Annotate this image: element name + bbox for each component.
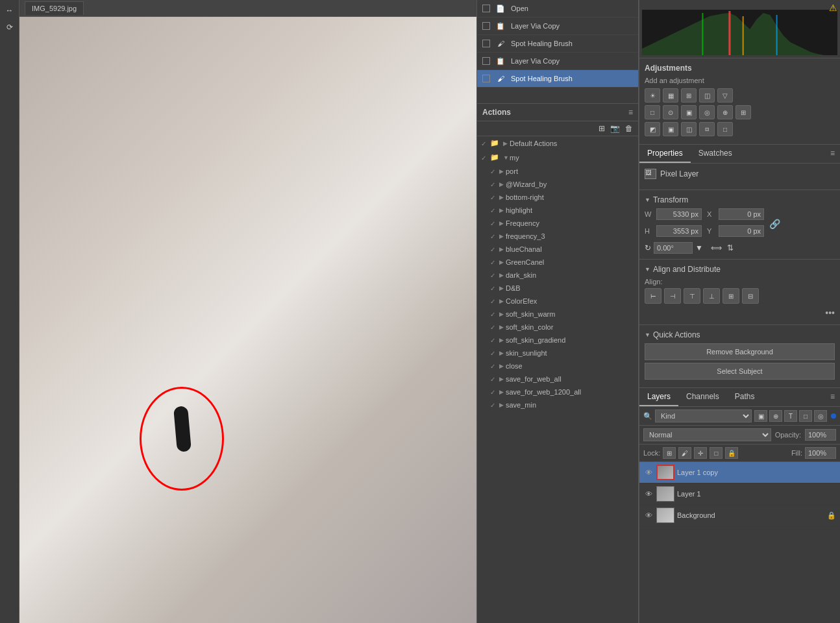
adj-color-lookup-icon[interactable]: ⊞ bbox=[735, 105, 751, 119]
adj-exposure-icon[interactable]: ◫ bbox=[699, 88, 715, 103]
history-item-open[interactable]: 📄 Open bbox=[477, 0, 638, 18]
layers-tabs-menu[interactable]: ≡ bbox=[825, 388, 840, 406]
actions-new-set-icon[interactable]: ⊞ bbox=[599, 124, 605, 133]
adj-bw-icon[interactable]: ▣ bbox=[681, 105, 697, 119]
adj-hsl-icon[interactable]: □ bbox=[645, 105, 660, 119]
link-wh-icon[interactable]: 🔗 bbox=[769, 214, 780, 234]
actions-record-icon[interactable]: 📷 bbox=[610, 124, 620, 133]
tool-move[interactable]: ↔ bbox=[1, 3, 18, 18]
adj-levels-icon[interactable]: ▦ bbox=[663, 88, 678, 103]
flip-v-icon[interactable]: ⇅ bbox=[727, 243, 734, 252]
action-frequency[interactable]: ✓ ▶ Frequency bbox=[477, 217, 638, 230]
adj-channel-mix-icon[interactable]: ⊕ bbox=[717, 105, 733, 119]
layers-mode-select[interactable]: Normal bbox=[643, 428, 771, 441]
layer-item-bg[interactable]: 👁 Background 🔒 bbox=[639, 505, 840, 526]
select-subject-button[interactable]: Select Subject bbox=[645, 363, 835, 380]
adj-photo-filter-icon[interactable]: ◎ bbox=[699, 105, 715, 119]
history-checkbox-brush1[interactable] bbox=[482, 40, 490, 47]
tab-layers[interactable]: Layers bbox=[639, 388, 678, 406]
tab-paths[interactable]: Paths bbox=[727, 388, 763, 406]
lock-all-btn[interactable]: 🔒 bbox=[725, 447, 738, 459]
action-frequency3[interactable]: ✓ ▶ frequency_3 bbox=[477, 230, 638, 243]
lock-transparent-btn[interactable]: ⊞ bbox=[663, 447, 676, 459]
align-bottom-btn[interactable]: ⊟ bbox=[742, 288, 759, 304]
align-right-btn[interactable]: ⊤ bbox=[684, 288, 700, 304]
filter-smart-icon[interactable]: ◎ bbox=[814, 410, 827, 422]
adj-invert-icon[interactable]: ◩ bbox=[645, 122, 660, 136]
action-dnb[interactable]: ✓ ▶ D&B bbox=[477, 282, 638, 295]
adj-vibrance-icon[interactable]: ▽ bbox=[717, 88, 733, 103]
align-center-v-btn[interactable]: ⊞ bbox=[723, 288, 739, 304]
action-save-web[interactable]: ✓ ▶ save_for_web_all bbox=[477, 373, 638, 385]
history-checkbox-brush2[interactable] bbox=[482, 75, 490, 82]
rotate-dropdown-icon[interactable]: ▼ bbox=[695, 243, 703, 252]
align-left-btn[interactable]: ⊢ bbox=[645, 288, 661, 304]
opacity-input[interactable] bbox=[805, 429, 836, 441]
transform-header[interactable]: ▼ Transform bbox=[645, 195, 835, 204]
action-close[interactable]: ✓ ▶ close bbox=[477, 360, 638, 373]
quick-actions-header[interactable]: ▼ Quick Actions bbox=[645, 330, 835, 339]
layer-copy-eye[interactable]: 👁 bbox=[643, 467, 654, 478]
action-wizard[interactable]: ✓ ▶ @Wizard_by bbox=[477, 178, 638, 191]
fill-input[interactable] bbox=[805, 447, 836, 459]
layer-item-copy[interactable]: 👁 Layer 1 copy bbox=[639, 462, 840, 483]
adj-gradient-map-icon[interactable]: ⧈ bbox=[699, 122, 715, 136]
actions-menu-icon[interactable]: ≡ bbox=[628, 108, 633, 117]
action-dark-skin[interactable]: ✓ ▶ dark_skin bbox=[477, 269, 638, 282]
action-bluechanal[interactable]: ✓ ▶ blueChanal bbox=[477, 243, 638, 256]
rotate-input[interactable] bbox=[654, 242, 693, 254]
align-top-btn[interactable]: ⊥ bbox=[703, 288, 720, 304]
align-header[interactable]: ▼ Align and Distribute bbox=[645, 265, 835, 274]
action-greencanel[interactable]: ✓ ▶ GreenCanel bbox=[477, 256, 638, 269]
action-soft-skin-grad[interactable]: ✓ ▶ soft_skin_gradiend bbox=[477, 334, 638, 347]
action-my[interactable]: ✓ 📁 ▼ my bbox=[477, 151, 638, 165]
canvas-image[interactable] bbox=[19, 17, 476, 623]
adj-threshold-icon[interactable]: ◫ bbox=[681, 122, 697, 136]
history-checkbox-copy1[interactable] bbox=[482, 22, 490, 30]
history-item-brush2[interactable]: 🖌 Spot Healing Brush bbox=[477, 70, 638, 88]
layer-1-eye[interactable]: 👁 bbox=[643, 489, 654, 499]
adj-curves-icon[interactable]: ⊞ bbox=[681, 88, 697, 103]
action-save-min[interactable]: ✓ ▶ save_min bbox=[477, 398, 638, 411]
action-default-actions[interactable]: ✓ 📁 ▶ Default Actions bbox=[477, 136, 638, 151]
action-colorefex[interactable]: ✓ ▶ ColorEfex bbox=[477, 295, 638, 308]
image-tab[interactable]: IMG_5929.jpg bbox=[25, 1, 84, 15]
transform-w-input[interactable] bbox=[656, 208, 702, 220]
transform-h-input[interactable] bbox=[656, 225, 702, 237]
adj-brightness-icon[interactable]: ☀ bbox=[645, 88, 660, 103]
prop-tabs-menu[interactable]: ≡ bbox=[825, 145, 840, 163]
history-checkbox-copy2[interactable] bbox=[482, 57, 490, 65]
layer-item-1[interactable]: 👁 Layer 1 bbox=[639, 483, 840, 505]
action-soft-skin-color[interactable]: ✓ ▶ soft_skin_color bbox=[477, 321, 638, 334]
action-port[interactable]: ✓ ▶ port bbox=[477, 165, 638, 178]
filter-shape-icon[interactable]: □ bbox=[799, 410, 812, 422]
transform-x-input[interactable] bbox=[719, 208, 764, 220]
action-soft-skin-warm[interactable]: ✓ ▶ soft_skin_warm bbox=[477, 308, 638, 321]
history-checkbox-open[interactable] bbox=[482, 5, 490, 12]
transform-y-input[interactable] bbox=[719, 225, 764, 237]
filter-pixel-icon[interactable]: ▣ bbox=[754, 410, 767, 422]
history-item-brush1[interactable]: 🖌 Spot Healing Brush bbox=[477, 35, 638, 53]
remove-bg-button[interactable]: Remove Background bbox=[645, 343, 835, 360]
more-align-btn[interactable]: ••• bbox=[645, 306, 835, 319]
filter-type-icon[interactable]: T bbox=[784, 410, 797, 422]
adj-posterize-icon[interactable]: ▣ bbox=[663, 122, 678, 136]
tool-options[interactable]: ⟳ bbox=[1, 19, 18, 35]
history-item-copy1[interactable]: 📋 Layer Via Copy bbox=[477, 18, 638, 35]
flip-h-icon[interactable]: ⟺ bbox=[711, 243, 722, 252]
action-highlight[interactable]: ✓ ▶ highlight bbox=[477, 204, 638, 217]
tab-channels[interactable]: Channels bbox=[678, 388, 727, 406]
tab-swatches[interactable]: Swatches bbox=[691, 145, 740, 163]
action-bottom-right[interactable]: ✓ ▶ bottom-right bbox=[477, 191, 638, 204]
action-skin-sunlight[interactable]: ✓ ▶ skin_sunlight bbox=[477, 347, 638, 360]
adj-color-bal-icon[interactable]: ⊙ bbox=[663, 105, 678, 119]
layers-kind-select[interactable]: Kind bbox=[655, 409, 752, 422]
action-save-web-1200[interactable]: ✓ ▶ save_for_web_1200_all bbox=[477, 385, 638, 398]
tab-properties[interactable]: Properties bbox=[639, 145, 691, 163]
history-item-copy2[interactable]: 📋 Layer Via Copy bbox=[477, 53, 638, 70]
adj-selective-color-icon[interactable]: □ bbox=[717, 122, 733, 136]
lock-pixels-btn[interactable]: 🖌 bbox=[678, 447, 691, 459]
layer-bg-eye[interactable]: 👁 bbox=[643, 510, 654, 520]
align-center-h-btn[interactable]: ⊣ bbox=[664, 288, 681, 304]
lock-artboard-btn[interactable]: □ bbox=[710, 447, 723, 459]
